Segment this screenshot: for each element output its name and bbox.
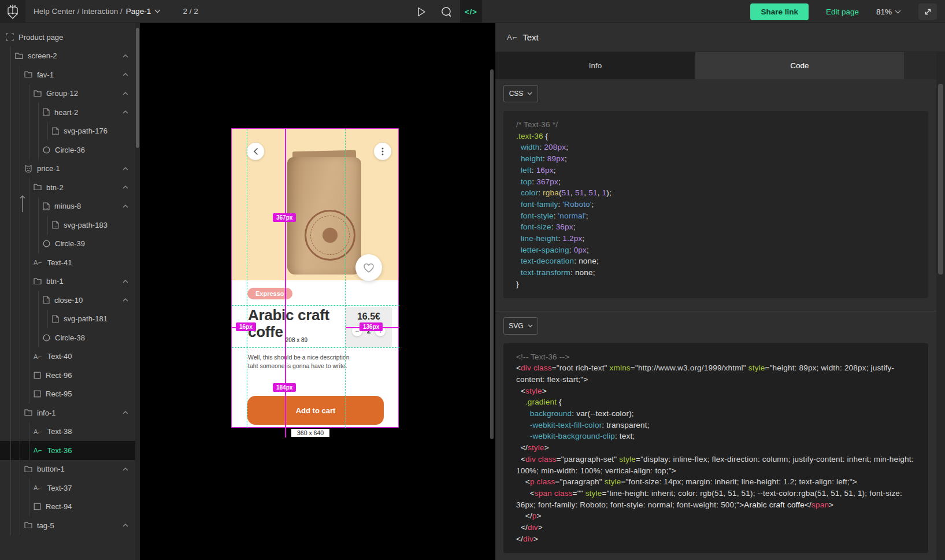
tree-item-Rect-94[interactable]: Rect-94 [0, 498, 135, 517]
tree-item-Text-40[interactable]: A⌐Text-40 [0, 347, 135, 366]
tab-info[interactable]: Info [495, 52, 695, 79]
app-logo[interactable] [0, 0, 25, 23]
folder-icon [24, 522, 32, 529]
tree-item-label: button-1 [37, 465, 65, 473]
tree-item-Text-38[interactable]: A⌐Text-38 [0, 422, 135, 442]
rect-icon [34, 372, 41, 379]
folder-icon [34, 90, 42, 97]
tree-item-price-1[interactable]: price-1 [0, 160, 135, 179]
tree-item-Rect-95[interactable]: Rect-95 [0, 385, 135, 404]
tree-item-svg-path-181[interactable]: svg-path-181 [0, 310, 135, 329]
tree-item-label: Circle-38 [55, 333, 85, 342]
chevron-up-icon[interactable] [123, 92, 128, 95]
sidebar-scrollbar-thumb[interactable] [136, 28, 139, 148]
svg-file-icon [43, 108, 50, 116]
tree-item-label: price-1 [37, 164, 60, 173]
expand-icon [924, 8, 932, 16]
add-to-cart-button[interactable]: Add to cart [247, 396, 384, 425]
chevron-up-icon[interactable] [123, 73, 128, 76]
tree-item-Text-36[interactable]: A⌐Text-36 [0, 441, 135, 460]
tree-item-heart-2[interactable]: heart-2 [0, 103, 135, 122]
coffee-stamp [305, 210, 355, 261]
zoom-select[interactable]: 81% [876, 8, 901, 16]
tree-item-label: Text-38 [47, 427, 72, 436]
app-root: Help Center / Interaction / Page-1 2 / 2… [0, 0, 945, 560]
back-button[interactable] [247, 143, 264, 160]
code-view-toggle[interactable]: </> [460, 0, 482, 23]
tree-item-Group-12[interactable]: Group-12 [0, 84, 135, 103]
device-frame: Expresso Arabic craft coffe 16.5€ − 2 + … [231, 128, 399, 428]
tree-item-Circle-38[interactable]: Circle-38 [0, 328, 135, 347]
play-icon[interactable] [412, 0, 431, 23]
rect-icon [34, 503, 41, 510]
kebab-menu-icon [381, 147, 384, 155]
tree-item-label: close-10 [54, 296, 83, 305]
code-line: <p class="paragraph" style="font-size: 1… [516, 476, 916, 488]
tree-item-Rect-96[interactable]: Rect-96 [0, 366, 135, 385]
tree-item-label: heart-2 [54, 108, 78, 117]
chevron-up-icon[interactable] [123, 411, 128, 414]
tab-code[interactable]: Code [695, 52, 904, 79]
favorite-button[interactable] [355, 254, 382, 281]
code-line: /* Text-36 */ [516, 119, 916, 131]
tree-item-label: Circle-36 [55, 146, 85, 154]
svg-file-icon [43, 202, 50, 210]
fullscreen-button[interactable] [918, 3, 937, 20]
chevron-up-icon[interactable] [123, 524, 128, 527]
text-icon: A⌐ [34, 447, 43, 454]
chevron-up-icon[interactable] [123, 54, 128, 58]
breadcrumb[interactable]: Help Center / Interaction / Page-1 [34, 7, 161, 16]
panel-scrollbar [936, 52, 945, 560]
comment-icon[interactable] [436, 0, 455, 23]
sidebar-scrollbar [135, 23, 140, 560]
panel-scrollbar-thumb[interactable] [938, 84, 943, 275]
tree-item-info-1[interactable]: info-1 [0, 403, 135, 422]
canvas-scrollbar-thumb[interactable] [490, 69, 494, 439]
tree-item-screen-2[interactable]: screen-2 [0, 47, 135, 66]
tree-item-tag-5[interactable]: tag-5 [0, 516, 135, 535]
edit-page-link[interactable]: Edit page [826, 8, 859, 16]
css-language-dropdown[interactable]: CSS [503, 85, 538, 102]
chevron-up-icon[interactable] [123, 298, 128, 302]
tree-item-Circle-36[interactable]: Circle-36 [0, 140, 135, 160]
tree-item-Product page[interactable]: Product page [0, 28, 135, 47]
panel-tabs: Info Code [495, 52, 936, 79]
tree-item-Text-37[interactable]: A⌐Text-37 [0, 479, 135, 498]
chevron-down-icon [527, 92, 532, 95]
tree-item-Text-41[interactable]: A⌐Text-41 [0, 253, 135, 272]
svg-language-dropdown[interactable]: SVG [503, 317, 538, 335]
tree-item-svg-path-183[interactable]: svg-path-183 [0, 216, 135, 235]
share-link-button[interactable]: Share link [750, 3, 809, 20]
chevron-down-icon[interactable] [154, 9, 161, 13]
code-line: top: 367px; [516, 176, 916, 188]
code-line: </p> [516, 510, 916, 522]
canvas: Expresso Arabic craft coffe 16.5€ − 2 + … [140, 23, 495, 560]
chevron-up-icon[interactable] [123, 186, 128, 189]
code-line: text-transform: none; [516, 267, 916, 279]
tree-item-label: svg-path-181 [64, 314, 108, 323]
tree-item-Circle-39[interactable]: Circle-39 [0, 235, 135, 254]
code-line: background: var(--text-color); [516, 408, 916, 420]
chevron-up-icon[interactable] [123, 167, 128, 170]
inspect-panel: A⌐ Text Info Code CSS /* Text-36 */.text… [495, 23, 945, 560]
menu-button[interactable] [374, 143, 391, 160]
chevron-up-icon[interactable] [123, 468, 128, 471]
tree-item-close-10[interactable]: close-10 [0, 291, 135, 310]
css-dropdown-value: CSS [509, 90, 524, 98]
svg-file-icon [52, 221, 59, 229]
tree-item-button-1[interactable]: button-1 [0, 460, 135, 479]
tab-filler [904, 52, 936, 79]
tree-item-fav-1[interactable]: fav-1 [0, 65, 135, 84]
folder-icon [34, 184, 42, 191]
chevron-up-icon[interactable] [123, 110, 128, 114]
code-line: font-size: 36px; [516, 221, 916, 233]
interaction-arrow-icon [19, 194, 26, 213]
code-line: line-height: 1.2px; [516, 233, 916, 244]
tree-item-btn-1[interactable]: btn-1 [0, 272, 135, 291]
breadcrumb-current-page: Page-1 [126, 7, 151, 16]
tree-item-svg-path-176[interactable]: svg-path-176 [0, 122, 135, 141]
chevron-up-icon[interactable] [123, 280, 128, 283]
code-line: } [516, 279, 916, 290]
chevron-up-icon[interactable] [123, 205, 128, 208]
text-icon: A⌐ [34, 259, 43, 266]
